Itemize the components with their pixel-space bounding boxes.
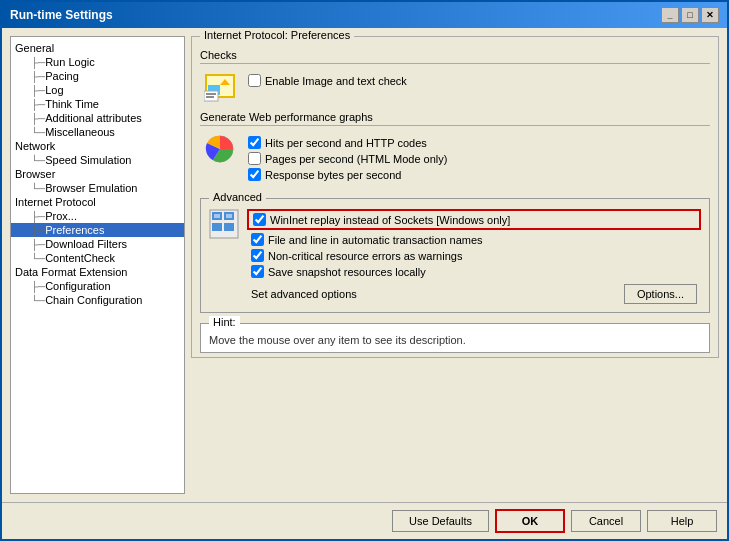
tree-item-internet-protocol[interactable]: Internet Protocol — [11, 195, 184, 209]
section-title: Internet Protocol: Preferences — [200, 29, 354, 41]
advanced-icon — [209, 209, 239, 241]
tree-item-data-format-extension[interactable]: Data Format Extension — [11, 265, 184, 279]
checks-content: Enable Image and text check — [200, 67, 710, 107]
file-line-row: File and line in automatic transaction n… — [247, 233, 701, 246]
wininet-replay-row: WinInet replay instead of Sockets [Windo… — [247, 209, 701, 230]
non-critical-row: Non-critical resource errors as warnings — [247, 249, 701, 262]
minimize-button[interactable]: _ — [661, 7, 679, 23]
save-snapshot-checkbox[interactable] — [251, 265, 264, 278]
response-bytes-label: Response bytes per second — [265, 169, 401, 181]
hits-per-second-checkbox[interactable] — [248, 136, 261, 149]
web-perf-options: Hits per second and HTTP codes Pages per… — [244, 133, 451, 184]
use-defaults-button[interactable]: Use Defaults — [392, 510, 489, 532]
internet-protocol-section: Internet Protocol: Preferences Checks — [191, 36, 719, 358]
hint-box: Hint: Move the mouse over any item to se… — [200, 323, 710, 353]
save-snapshot-label: Save snapshot resources locally — [268, 266, 426, 278]
wininet-replay-label: WinInet replay instead of Sockets [Windo… — [270, 214, 510, 226]
tree-item-log[interactable]: ├─ Log — [11, 83, 184, 97]
non-critical-label: Non-critical resource errors as warnings — [268, 250, 462, 262]
file-line-checkbox[interactable] — [251, 233, 264, 246]
help-button[interactable]: Help — [647, 510, 717, 532]
enable-image-row: Enable Image and text check — [244, 74, 411, 87]
image-check-icon — [204, 71, 236, 103]
main-window: Run-time Settings _ □ ✕ General ├─ Run L… — [0, 0, 729, 541]
web-perf-content: Hits per second and HTTP codes Pages per… — [200, 129, 710, 188]
enable-image-label: Enable Image and text check — [265, 75, 407, 87]
maximize-button[interactable]: □ — [681, 7, 699, 23]
content-area: General ├─ Run Logic ├─ Pacing ├─ Log ├─… — [2, 28, 727, 502]
pages-per-second-row: Pages per second (HTML Mode only) — [244, 152, 451, 165]
bottom-bar: Use Defaults OK Cancel Help — [2, 502, 727, 539]
tree-item-additional-attributes[interactable]: ├─ Additional attributes — [11, 111, 184, 125]
svg-rect-12 — [214, 214, 220, 218]
non-critical-checkbox[interactable] — [251, 249, 264, 262]
file-line-label: File and line in automatic transaction n… — [268, 234, 483, 246]
tree-panel: General ├─ Run Logic ├─ Pacing ├─ Log ├─… — [10, 36, 185, 494]
right-panel: Internet Protocol: Preferences Checks — [191, 36, 719, 494]
svg-rect-10 — [212, 223, 222, 231]
svg-rect-13 — [226, 214, 232, 218]
pie-chart-icon — [204, 133, 236, 165]
close-button[interactable]: ✕ — [701, 7, 719, 23]
title-bar-buttons: _ □ ✕ — [661, 7, 719, 23]
pages-per-second-checkbox[interactable] — [248, 152, 261, 165]
ok-button[interactable]: OK — [495, 509, 565, 533]
checks-area: Checks — [200, 49, 710, 107]
tree-item-pacing[interactable]: ├─ Pacing — [11, 69, 184, 83]
tree-item-general[interactable]: General — [11, 41, 184, 55]
svg-rect-3 — [204, 91, 218, 101]
tree-item-run-logic[interactable]: ├─ Run Logic — [11, 55, 184, 69]
advanced-content: WinInet replay instead of Sockets [Windo… — [209, 207, 701, 304]
tree-item-content-check[interactable]: └─ ContentCheck — [11, 251, 184, 265]
response-bytes-row: Response bytes per second — [244, 168, 451, 181]
checks-label: Checks — [200, 49, 710, 64]
options-row: Set advanced options Options... — [247, 284, 701, 304]
response-bytes-checkbox[interactable] — [248, 168, 261, 181]
web-perf-label: Generate Web performance graphs — [200, 111, 710, 126]
advanced-section: Advanced — [200, 198, 710, 313]
web-perf-area: Generate Web performance graphs — [200, 111, 710, 188]
tree-item-browser-emulation[interactable]: └─ Browser Emulation — [11, 181, 184, 195]
tree-item-preferences[interactable]: ├─ Preferences — [11, 223, 184, 237]
hits-per-second-label: Hits per second and HTTP codes — [265, 137, 427, 149]
tree-item-chain-configuration[interactable]: └─ Chain Configuration — [11, 293, 184, 307]
cancel-button[interactable]: Cancel — [571, 510, 641, 532]
title-bar: Run-time Settings _ □ ✕ — [2, 2, 727, 28]
tree-item-think-time[interactable]: ├─ Think Time — [11, 97, 184, 111]
svg-rect-11 — [224, 223, 234, 231]
advanced-title: Advanced — [209, 191, 266, 203]
tree-item-speed-simulation[interactable]: └─ Speed Simulation — [11, 153, 184, 167]
wininet-replay-checkbox[interactable] — [253, 213, 266, 226]
pages-per-second-label: Pages per second (HTML Mode only) — [265, 153, 447, 165]
tree-item-miscellaneous[interactable]: └─ Miscellaneous — [11, 125, 184, 139]
save-snapshot-row: Save snapshot resources locally — [247, 265, 701, 278]
tree-item-download-filters[interactable]: ├─ Download Filters — [11, 237, 184, 251]
enable-image-checkbox[interactable] — [248, 74, 261, 87]
advanced-options: WinInet replay instead of Sockets [Windo… — [247, 207, 701, 304]
tree-item-configuration[interactable]: ├─ Configuration — [11, 279, 184, 293]
window-title: Run-time Settings — [10, 8, 113, 22]
hint-text: Move the mouse over any item to see its … — [209, 334, 701, 346]
hint-title: Hint: — [209, 316, 240, 328]
hits-per-second-row: Hits per second and HTTP codes — [244, 136, 451, 149]
tree-item-proxy[interactable]: ├─ Prox... — [11, 209, 184, 223]
set-advanced-label: Set advanced options — [251, 288, 357, 300]
checks-options: Enable Image and text check — [244, 71, 411, 90]
options-button[interactable]: Options... — [624, 284, 697, 304]
tree-item-browser[interactable]: Browser — [11, 167, 184, 181]
tree-item-network[interactable]: Network — [11, 139, 184, 153]
